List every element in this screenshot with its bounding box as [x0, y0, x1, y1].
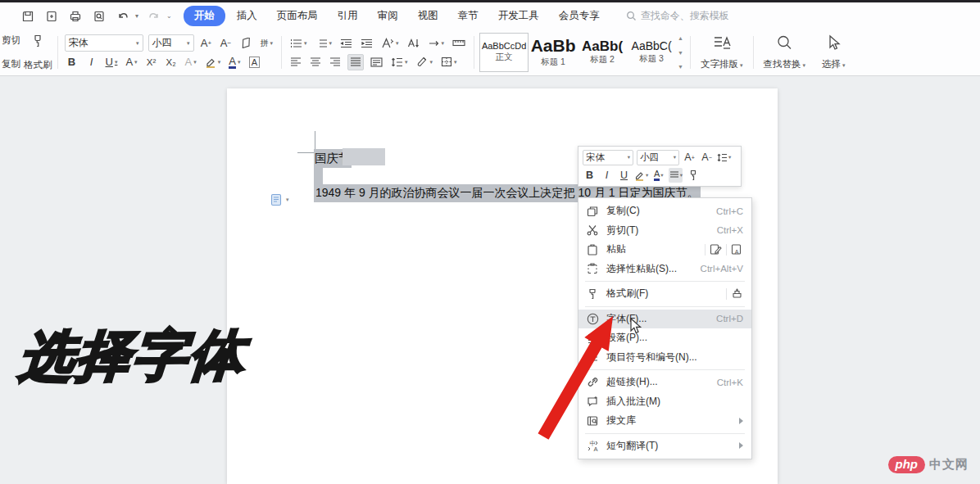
paste-keep-format-icon[interactable] — [710, 243, 722, 256]
paste-text-only-icon[interactable]: A — [731, 243, 743, 256]
blurred-text-region — [343, 148, 385, 165]
menu-item-hyperlink[interactable]: 超链接(H)... Ctrl+K — [578, 373, 751, 392]
char-border-button[interactable]: A▾ — [124, 54, 138, 70]
mini-format-painter-button[interactable] — [686, 168, 700, 183]
mini-shrink-font-button[interactable]: A− — [700, 150, 714, 165]
font-color-button[interactable]: A▾ — [227, 54, 242, 70]
style-heading1[interactable]: AaBb 标题 1 — [529, 33, 578, 72]
show-marks-button[interactable]: ▾ — [426, 35, 447, 52]
customize-toolbar-icon[interactable]: ⌄ — [166, 12, 172, 20]
grow-font-button[interactable]: A+ — [199, 35, 214, 52]
borders-button[interactable]: ▾ — [439, 54, 459, 70]
tab-section[interactable]: 章节 — [450, 6, 487, 26]
mini-font-size-combo[interactable]: 小四▾ — [637, 150, 679, 165]
tab-insert[interactable]: 插入 — [229, 6, 265, 26]
command-search[interactable]: 查找命令、搜索模板 — [626, 9, 729, 23]
mini-font-color-button[interactable]: A▾ — [651, 168, 665, 183]
pinyin-guide-button[interactable]: 拼▾ — [259, 35, 275, 52]
select-tool[interactable]: 选择▾ — [814, 33, 854, 72]
align-center-icon[interactable] — [308, 54, 323, 70]
italic-button[interactable]: I — [84, 54, 99, 70]
menu-item-label: 粘贴 — [606, 242, 702, 256]
align-right-icon[interactable] — [328, 54, 343, 70]
menu-item-bullets-numbering[interactable]: 项目符号和编号(N)... — [578, 348, 751, 368]
format-painter-plus-icon[interactable] — [731, 287, 743, 300]
tab-review[interactable]: 审阅 — [370, 6, 406, 26]
underline-button[interactable]: U▾ — [104, 54, 120, 70]
text-layout-icon — [713, 34, 731, 51]
shrink-font-button[interactable]: A− — [219, 35, 234, 52]
styles-scroll-up-icon[interactable]: ▲ — [678, 35, 683, 41]
save-icon[interactable] — [20, 8, 36, 25]
style-normal[interactable]: AaBbCcDd 正文 — [479, 33, 529, 72]
tab-home[interactable]: 开始 — [184, 6, 225, 26]
copy-button[interactable]: 复制 — [2, 58, 20, 70]
mini-line-spacing-button[interactable]: ▾ — [717, 150, 731, 165]
menu-item-insert-comment[interactable]: 插入批注(M) — [578, 392, 751, 412]
text-layout-tool[interactable]: 文字排版▾ — [692, 33, 751, 72]
subscript-button[interactable]: X₂ — [164, 54, 179, 70]
menu-item-translate[interactable]: 中A 短句翻译(T) — [578, 437, 751, 456]
clear-format-icon[interactable] — [238, 35, 254, 52]
format-painter-button[interactable]: 格式刷 — [20, 33, 56, 72]
distribute-icon[interactable] — [369, 54, 384, 70]
title-bar: ▾ ⌄ 开始 插入 页面布局 引用 审阅 视图 章节 开发工具 会员专享 查找命… — [0, 2, 980, 29]
tab-view[interactable]: 视图 — [410, 6, 447, 26]
tab-page-layout[interactable]: 页面布局 — [269, 6, 326, 26]
menu-item-copy[interactable]: 复制(C) Ctrl+C — [578, 201, 751, 221]
char-shading-button[interactable]: A — [247, 54, 261, 70]
line-spacing-button[interactable]: ▾ — [389, 54, 410, 70]
menu-item-paste-special[interactable]: 选择性粘贴(S)... Ctrl+Alt+V — [578, 260, 751, 279]
export-icon[interactable] — [43, 8, 60, 25]
mouse-cursor-icon — [629, 318, 642, 336]
undo-icon[interactable] — [115, 8, 131, 25]
style-heading2[interactable]: AaBb( 标题 2 — [578, 33, 627, 72]
menu-item-cut[interactable]: 剪切(T) Ctrl+X — [578, 221, 751, 241]
cut-button[interactable]: 剪切 — [2, 34, 20, 47]
tab-developer[interactable]: 开发工具 — [490, 6, 547, 26]
style-heading3[interactable]: AaBbC( 标题 3 — [627, 33, 676, 72]
decrease-indent-icon[interactable] — [338, 35, 354, 52]
menu-item-search-library[interactable]: 搜文库 — [578, 411, 751, 431]
tabs-ruler-icon[interactable] — [451, 35, 467, 52]
align-justify-icon[interactable] — [347, 54, 364, 70]
print-preview-icon[interactable] — [91, 8, 107, 25]
find-replace-tool[interactable]: 查找替换▾ — [755, 33, 814, 72]
bold-button[interactable]: B — [65, 54, 79, 70]
shading-button[interactable]: ▾ — [415, 54, 435, 70]
mini-highlight-button[interactable]: ▾ — [634, 168, 648, 183]
mini-underline-button[interactable]: U — [617, 168, 631, 183]
tab-references[interactable]: 引用 — [329, 6, 366, 26]
comment-icon — [586, 395, 599, 408]
mini-bold-button[interactable]: B — [583, 168, 597, 183]
numbering-button[interactable]: ▾ — [314, 35, 334, 52]
highlight-color-button[interactable]: ▾ — [203, 54, 223, 70]
undo-dropdown-icon[interactable]: ▾ — [135, 12, 138, 20]
font-name-combo[interactable]: 宋体▾ — [65, 34, 143, 52]
align-left-icon[interactable] — [288, 54, 303, 70]
font-size-combo[interactable]: 小四▾ — [148, 34, 194, 52]
print-icon[interactable] — [67, 8, 84, 25]
menu-item-label: 剪切(T) — [606, 224, 717, 237]
menu-item-format-painter[interactable]: 格式刷(F) — [578, 284, 751, 304]
sort-button[interactable] — [406, 35, 421, 52]
mini-grow-font-button[interactable]: A+ — [683, 150, 696, 165]
text-effects-gallery-button[interactable]: ▾ — [379, 35, 401, 52]
increase-indent-icon[interactable] — [359, 35, 374, 52]
menu-item-font[interactable]: 字体(F)... Ctrl+D — [578, 310, 751, 329]
menu-item-paste[interactable]: 粘贴 A — [578, 240, 751, 260]
menu-item-paragraph[interactable]: 段落(P)... — [578, 328, 751, 348]
document-canvas: 国庆节 1949 年 9 月的政治协商会议一届一次会议上决定把 10 月 1 日… — [0, 76, 980, 484]
styles-more-icon[interactable]: ▼ — [678, 64, 683, 70]
mini-font-name-combo[interactable]: 宋体▾ — [583, 150, 633, 165]
tab-member[interactable]: 会员专享 — [551, 6, 608, 26]
styles-scroll-down-icon[interactable]: ▼ — [678, 50, 683, 56]
bullets-button[interactable]: ▾ — [288, 35, 309, 52]
paste-options-button[interactable]: ▾ — [270, 193, 289, 206]
text-effects-button[interactable]: A▾ — [184, 54, 198, 70]
char-border-label: A — [125, 56, 133, 68]
mini-italic-button[interactable]: I — [600, 168, 614, 183]
superscript-button[interactable]: X² — [144, 54, 159, 70]
mini-align-button[interactable]: ▾ — [669, 168, 683, 183]
style-sample: AaBbCcDd — [482, 42, 526, 52]
